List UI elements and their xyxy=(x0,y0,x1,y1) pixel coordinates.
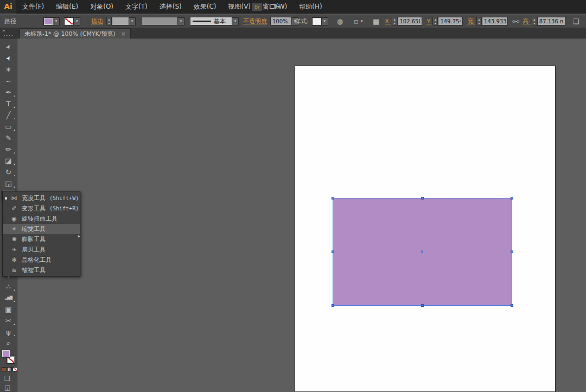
tools-grip-handle[interactable] xyxy=(4,35,14,37)
tool-paintbrush[interactable]: ✎ xyxy=(1,132,16,143)
tool-scale[interactable]: ◲ xyxy=(1,178,16,189)
app-logo[interactable]: Ai xyxy=(0,0,16,14)
handle-mid-right[interactable] xyxy=(511,250,513,253)
stroke-weight-dropdown-icon[interactable]: ▾ xyxy=(129,17,136,25)
rectangle-center-point[interactable] xyxy=(421,250,423,253)
tool-line-segment[interactable]: ╱ xyxy=(1,110,16,120)
bridge-icon[interactable]: Br xyxy=(252,3,263,11)
stepper-up-icon[interactable]: ▴ xyxy=(394,17,396,21)
menu-edit[interactable]: 编辑(E) xyxy=(50,0,84,14)
flyout-item-scallop-tool[interactable]: ❧ 扇贝工具 xyxy=(3,245,80,255)
handle-bottom-mid[interactable] xyxy=(421,304,424,307)
y-input[interactable] xyxy=(438,17,463,25)
width-stepper[interactable]: ▴ ▾ xyxy=(476,17,482,25)
document-tab[interactable]: 未标题-1* @ 100% (CMYK/预览) × xyxy=(20,28,131,38)
tool-eraser[interactable]: ◪ xyxy=(1,155,16,166)
gradient-button[interactable] xyxy=(7,367,12,371)
stepper-up-icon[interactable]: ▴ xyxy=(435,17,436,21)
stepper-down-icon[interactable]: ▾ xyxy=(394,21,396,25)
fill-color-swatch[interactable] xyxy=(43,17,53,25)
brush-dropdown-icon[interactable]: ▾ xyxy=(178,17,184,25)
flyout-tearoff-icon[interactable]: ▸ xyxy=(78,234,80,239)
tool-rotate[interactable]: ↻ xyxy=(1,166,16,177)
flyout-item-width-tool[interactable]: ⋈ 宽度工具 (Shift+W) xyxy=(3,193,80,203)
handle-mid-left[interactable] xyxy=(332,250,334,253)
stroke-dropdown-icon[interactable]: ▾ xyxy=(74,17,80,25)
tool-type[interactable]: T xyxy=(1,98,16,109)
x-label[interactable]: X: xyxy=(385,18,391,25)
flyout-item-bloat-tool[interactable]: ✺ 膨胀工具 xyxy=(3,234,80,245)
handle-top-right[interactable] xyxy=(511,197,513,200)
style-swatch[interactable] xyxy=(312,17,322,25)
y-label[interactable]: Y: xyxy=(426,18,431,25)
flyout-item-warp-tool[interactable]: ✐ 变形工具 (Shift+R) xyxy=(3,203,80,214)
tool-lasso[interactable]: ∽ xyxy=(1,75,16,86)
menu-type[interactable]: 文字(T) xyxy=(119,0,154,14)
transform-panel-icon[interactable]: ❏ xyxy=(573,17,579,25)
opacity-input[interactable] xyxy=(270,17,292,25)
height-label[interactable]: 高: xyxy=(523,17,531,25)
tool-hand[interactable]: ψ xyxy=(1,326,16,337)
stepper-down-icon[interactable]: ▾ xyxy=(479,21,480,25)
tool-selection[interactable]: ➤ xyxy=(1,41,16,52)
style-dropdown-icon[interactable]: ▾ xyxy=(322,17,328,25)
handle-bottom-left[interactable] xyxy=(332,304,334,307)
color-button[interactable] xyxy=(2,367,7,371)
tool-rectangle[interactable]: ▭ xyxy=(1,121,16,132)
constrain-proportions-icon[interactable]: ⧟ xyxy=(512,17,519,25)
tools-collapse-icon[interactable]: » xyxy=(0,28,5,33)
tool-direct-selection[interactable]: ➤ xyxy=(1,53,16,63)
stepper-up-icon[interactable]: ▴ xyxy=(108,17,110,21)
tool-slice[interactable]: ✂ xyxy=(1,315,16,326)
screen-mode-icon[interactable]: ◱ xyxy=(4,384,10,391)
recolor-artwork-icon[interactable]: ◍ xyxy=(337,17,343,25)
stepper-down-icon[interactable]: ▾ xyxy=(108,21,110,25)
stepper-up-icon[interactable]: ▴ xyxy=(533,17,535,21)
none-button[interactable] xyxy=(12,367,17,371)
select-similar-icon[interactable]: ▫ xyxy=(354,17,359,25)
stroke-panel-link[interactable]: 描边 xyxy=(91,17,103,25)
menu-file[interactable]: 文件(F) xyxy=(16,0,50,14)
tool-column-graph[interactable]: ▂▅▇ xyxy=(1,292,16,303)
canvas-area[interactable] xyxy=(17,38,586,392)
width-label[interactable]: 宽: xyxy=(467,17,475,25)
tool-symbol-sprayer[interactable]: ∴ xyxy=(1,281,16,292)
menu-select[interactable]: 选择(S) xyxy=(154,0,188,14)
select-similar-dropdown-icon[interactable]: ▾ xyxy=(359,17,365,25)
height-stepper[interactable]: ▴ ▾ xyxy=(532,17,537,25)
tool-magic-wand[interactable]: ✶ xyxy=(1,64,16,75)
tool-zoom[interactable]: ⌕ xyxy=(1,338,16,349)
flyout-item-pucker-tool[interactable]: ✴ 缩拢工具 xyxy=(3,224,80,234)
fill-color-indicator[interactable] xyxy=(2,350,10,358)
drawing-mode-icon[interactable]: ❑ xyxy=(4,375,10,382)
x-input[interactable] xyxy=(397,17,422,25)
flyout-item-twirl-tool[interactable]: ◉ 旋转扭曲工具 xyxy=(3,214,80,224)
tool-pen[interactable]: ✒ xyxy=(1,87,16,98)
fill-dropdown-icon[interactable]: ▾ xyxy=(53,17,60,25)
opacity-panel-link[interactable]: 不透明度 xyxy=(243,17,267,25)
flyout-item-wrinkle-tool[interactable]: ≋ 皱褶工具 xyxy=(3,265,80,275)
stroke-weight-input[interactable] xyxy=(112,17,129,25)
width-input[interactable] xyxy=(482,17,508,25)
flyout-item-crystallize-tool[interactable]: ✻ 晶格化工具 xyxy=(3,255,80,265)
align-grid-icon[interactable]: ▦ xyxy=(373,17,379,25)
menu-effect[interactable]: 效果(C) xyxy=(188,0,222,14)
menu-help[interactable]: 帮助(H) xyxy=(293,0,328,14)
brush-definition-input[interactable] xyxy=(141,17,178,25)
profile-dropdown-icon[interactable]: ▾ xyxy=(232,17,239,25)
tool-artboard[interactable]: ▣ xyxy=(1,304,16,314)
stroke-profile-select[interactable]: 基本 xyxy=(190,17,232,25)
y-stepper[interactable]: ▴ ▾ xyxy=(432,17,438,25)
stepper-down-icon[interactable]: ▾ xyxy=(435,21,436,25)
tool-pencil[interactable]: ✏ xyxy=(1,144,16,155)
handle-top-left[interactable] xyxy=(332,197,334,200)
menu-object[interactable]: 对象(O) xyxy=(84,0,119,14)
handle-top-mid[interactable] xyxy=(421,197,424,200)
stepper-down-icon[interactable]: ▾ xyxy=(533,21,535,25)
handle-bottom-right[interactable] xyxy=(511,304,513,307)
height-input[interactable] xyxy=(537,17,565,25)
tab-close-icon[interactable]: × xyxy=(121,30,126,37)
stroke-color-swatch[interactable] xyxy=(64,17,74,25)
workspace-switcher[interactable]: ❐ ▾ xyxy=(270,3,279,11)
stepper-up-icon[interactable]: ▴ xyxy=(479,17,480,21)
